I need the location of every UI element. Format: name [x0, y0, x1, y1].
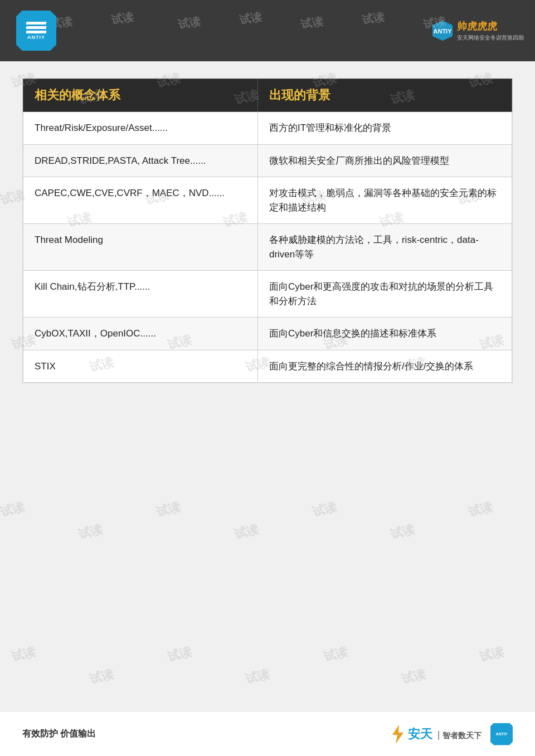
table-cell-right: 各种威胁建模的方法论，工具，risk-centric，data-driven等等 [257, 224, 512, 271]
col1-header: 相关的概念体系 [23, 79, 258, 112]
table-row: Threat/Risk/Exposure/Asset......西方的IT管理和… [23, 112, 512, 145]
body-wm-23: 试读 [76, 521, 104, 543]
table-cell-right: 面向Cyber和更高强度的攻击和对抗的场景的分析工具和分析方法 [257, 271, 512, 318]
footer-left-text: 有效防护 价值输出 [22, 728, 96, 740]
footer-logo-hex: ANTIY [490, 723, 513, 745]
table-cell-right: 面向Cyber和信息交换的描述和标准体系 [257, 318, 512, 350]
main-content: 相关的概念体系 出现的背景 Threat/Risk/Exposure/Asset… [22, 78, 513, 383]
table-cell-left: CAPEC,CWE,CVE,CVRF，MAEC，NVD...... [23, 177, 258, 224]
table-row: Threat Modeling各种威胁建模的方法论，工具，risk-centri… [23, 224, 512, 271]
footer-brand: 安天 智者数天下 [390, 725, 481, 744]
body-wm-30: 试读 [87, 666, 115, 688]
body-wm-27: 试读 [388, 521, 416, 543]
body-wm-29: 试读 [9, 643, 37, 666]
concept-table: 相关的概念体系 出现的背景 Threat/Risk/Exposure/Asset… [23, 79, 512, 383]
body-wm-28: 试读 [466, 499, 494, 521]
table-cell-left: DREAD,STRIDE,PASTA, Attack Tree...... [23, 144, 258, 177]
table-header-row: 相关的概念体系 出现的背景 [23, 79, 512, 112]
stripe-3 [26, 31, 47, 33]
header: 试读 试读 试读 试读 试读 试读 试读 ANTIY ANTIY 帅虎虎虎 安天 [0, 0, 535, 61]
table-cell-left: Threat/Risk/Exposure/Asset...... [23, 112, 258, 145]
body-wm-25: 试读 [232, 521, 260, 543]
logo-box: ANTIY [16, 11, 56, 51]
table-cell-left: Threat Modeling [23, 224, 258, 271]
brand-name: 帅虎虎虎 [457, 19, 524, 33]
footer-brand-antiy: 安天 [408, 727, 432, 741]
table-row: DREAD,STRIDE,PASTA, Attack Tree......微软和… [23, 144, 512, 177]
stripe-1 [26, 22, 47, 25]
table-cell-left: Kill Chain,钻石分析,TTP...... [23, 271, 258, 318]
table-row: CybOX,TAXII，OpenIOC......面向Cyber和信息交换的描述… [23, 318, 512, 350]
table-row: STIX面向更完整的综合性的情报分析/作业/交换的体系 [23, 350, 512, 383]
logo-stripes [26, 22, 46, 33]
table-cell-right: 对攻击模式，脆弱点，漏洞等各种基础的安全元素的标定和描述结构 [257, 177, 512, 224]
table-row: Kill Chain,钻石分析,TTP......面向Cyber和更高强度的攻击… [23, 271, 512, 318]
svg-text:ANTIY: ANTIY [434, 28, 453, 35]
header-right-brand: ANTIY 帅虎虎虎 安天网络安全冬训营第四期 [431, 19, 524, 42]
brand-sub-text: 安天网络安全冬训营第四期 [457, 34, 524, 42]
body-wm-32: 试读 [244, 666, 271, 688]
body-wm-24: 试读 [154, 499, 182, 521]
body-wm-35: 试读 [478, 643, 505, 666]
header-brand-icon: ANTIY [431, 19, 454, 42]
body-wm-34: 试读 [400, 666, 427, 688]
footer-brand-slogan: 智者数天下 [438, 731, 481, 740]
watermark-6: 试读 [361, 9, 386, 28]
table-body: Threat/Risk/Exposure/Asset......西方的IT管理和… [23, 112, 512, 383]
body-wm-33: 试读 [322, 643, 349, 666]
body-wm-31: 试读 [166, 643, 193, 666]
watermark-4: 试读 [239, 9, 263, 28]
table-cell-right: 微软和相关安全厂商所推出的风险管理模型 [257, 144, 512, 177]
stripe-2 [26, 26, 47, 29]
table-cell-right: 面向更完整的综合性的情报分析/作业/交换的体系 [257, 350, 512, 383]
watermark-2: 试读 [110, 9, 135, 28]
footer: 有效防护 价值输出 安天 智者数天下 ANTIY [0, 711, 535, 756]
table-cell-left: CybOX,TAXII，OpenIOC...... [23, 318, 258, 350]
footer-right: 安天 智者数天下 ANTIY [390, 723, 513, 745]
table-row: CAPEC,CWE,CVE,CVRF，MAEC，NVD......对攻击模式，脆… [23, 177, 512, 224]
footer-lightning-icon [390, 725, 406, 744]
table-cell-right: 西方的IT管理和标准化的背景 [257, 112, 512, 145]
body-wm-26: 试读 [310, 499, 338, 521]
body-wm-22: 试读 [0, 499, 26, 521]
svg-marker-2 [392, 725, 403, 744]
logo-container: ANTIY [11, 6, 61, 56]
col2-header: 出现的背景 [257, 79, 512, 112]
footer-logo-text: ANTIY [496, 732, 508, 736]
logo-text: ANTIY [27, 35, 45, 40]
table-cell-left: STIX [23, 350, 258, 383]
watermark-3: 试读 [177, 14, 202, 33]
watermark-5: 试读 [300, 14, 324, 33]
